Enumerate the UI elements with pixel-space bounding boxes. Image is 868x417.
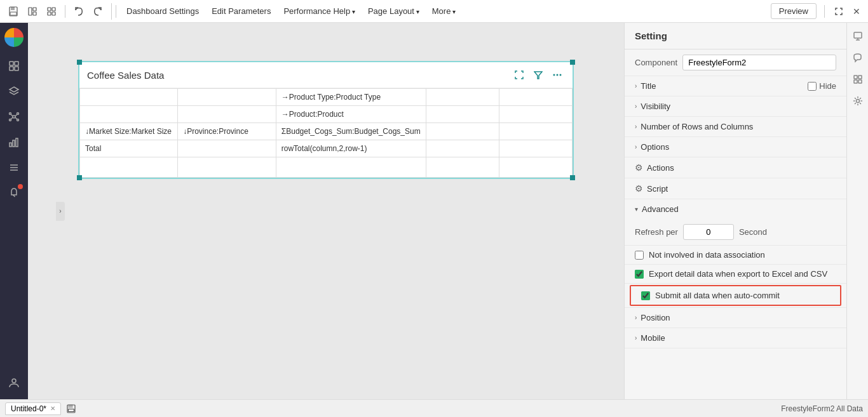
- app-logo: [4, 28, 24, 47]
- maximize-icon[interactable]: [832, 5, 845, 18]
- table-cell: [499, 123, 572, 140]
- table-cell: [426, 123, 499, 140]
- component-panel: Coffee Sales Data: [78, 61, 574, 179]
- checkbox-not-involved: Not involved in data association: [625, 246, 846, 265]
- svg-point-15: [13, 116, 15, 118]
- sidebar-item-bell[interactable]: [3, 182, 25, 204]
- advanced-label: Advanced: [642, 204, 679, 214]
- resize-handle-bl[interactable]: [77, 175, 82, 180]
- section-mobile[interactable]: › Mobile: [625, 328, 846, 348]
- section-title[interactable]: › Title Hide: [625, 76, 846, 96]
- menu-edit-parameters[interactable]: Edit Parameters: [205, 3, 277, 20]
- table-cell: [178, 140, 276, 157]
- svg-rect-5: [33, 12, 36, 15]
- section-visibility[interactable]: › Visibility: [625, 96, 846, 117]
- section-script[interactable]: ⚙ Script: [625, 178, 846, 199]
- menu-more[interactable]: More: [426, 3, 462, 20]
- expand-icon[interactable]: [512, 67, 527, 83]
- table-cell: ↓Province:Province: [178, 123, 276, 140]
- svg-rect-3: [29, 8, 32, 15]
- section-position[interactable]: › Position: [625, 308, 846, 328]
- undo-button[interactable]: [71, 3, 87, 20]
- redo-button[interactable]: [90, 3, 106, 20]
- sidebar-item-list[interactable]: [3, 156, 25, 179]
- section-script-label: Script: [647, 184, 668, 194]
- toolbar-divider-3: [824, 5, 825, 18]
- not-involved-checkbox[interactable]: [635, 251, 644, 260]
- hide-text: Hide: [819, 81, 836, 91]
- grid-view-button[interactable]: [43, 3, 60, 20]
- refresh-input[interactable]: [683, 224, 734, 240]
- svg-rect-46: [69, 409, 74, 411]
- preview-button[interactable]: Preview: [771, 3, 817, 19]
- sidebar-collapse[interactable]: ›: [56, 202, 65, 221]
- panel-header-icons: [512, 67, 565, 83]
- chevron-right-icon-6: ›: [635, 334, 637, 341]
- tab-save-icon[interactable]: [66, 404, 76, 414]
- svg-rect-26: [16, 138, 18, 147]
- svg-rect-11: [15, 62, 18, 65]
- resize-handle-tl[interactable]: [77, 60, 82, 65]
- svg-point-31: [12, 379, 16, 383]
- settings-gear-icon[interactable]: [850, 93, 866, 109]
- not-involved-label: Not involved in data association: [649, 250, 765, 260]
- panel-icon-2[interactable]: [850, 50, 866, 66]
- sidebar-item-network[interactable]: [3, 105, 25, 128]
- table-cell: rowTotal(column,2,row-1): [276, 140, 426, 157]
- svg-rect-45: [69, 405, 72, 407]
- panel-title: Coffee Sales Data: [87, 70, 164, 81]
- svg-marker-32: [534, 72, 542, 79]
- svg-line-23: [15, 117, 17, 119]
- resize-handle-tr[interactable]: [570, 60, 575, 65]
- advanced-header[interactable]: ▾ Advanced: [625, 199, 846, 219]
- chevron-right-icon-2: ›: [635, 103, 637, 110]
- submit-all-checkbox[interactable]: [641, 291, 650, 300]
- table-cell: [426, 106, 499, 123]
- section-rows-cols-label: Number of Rows and Columns: [641, 122, 753, 131]
- table-cell: →Product Type:Product Type: [276, 89, 426, 106]
- svg-rect-36: [854, 32, 862, 38]
- toolbar-icons: [5, 3, 112, 20]
- layout-button[interactable]: [24, 3, 41, 20]
- section-options[interactable]: › Options: [625, 137, 846, 157]
- table-cell: [426, 157, 499, 178]
- export-detail-checkbox[interactable]: [635, 270, 644, 279]
- hide-checkbox[interactable]: [808, 82, 817, 91]
- menu-dashboard-settings[interactable]: Dashboard Settings: [120, 3, 205, 20]
- panel-icon-3[interactable]: [850, 71, 866, 88]
- svg-rect-42: [858, 80, 862, 83]
- table-cell: [80, 89, 178, 106]
- component-label: Component: [635, 58, 677, 67]
- menu-page-layout[interactable]: Page Layout: [362, 3, 426, 20]
- close-icon[interactable]: ✕: [850, 5, 863, 18]
- filter-icon[interactable]: [531, 67, 546, 83]
- table-cell: [80, 157, 178, 178]
- resize-handle-br[interactable]: [570, 175, 575, 180]
- section-actions[interactable]: ⚙ Actions: [625, 157, 846, 178]
- toolbar: Dashboard Settings Edit Parameters Perfo…: [0, 0, 868, 23]
- component-input[interactable]: [682, 55, 836, 70]
- svg-rect-25: [13, 140, 15, 147]
- menu-performance-help[interactable]: Performance Help: [277, 3, 362, 20]
- section-rows-cols[interactable]: › Number of Rows and Columns: [625, 117, 846, 137]
- svg-rect-6: [48, 8, 51, 11]
- sidebar-item-layers[interactable]: [3, 80, 25, 103]
- toolbar-menu: Dashboard Settings Edit Parameters Perfo…: [120, 3, 462, 20]
- chevron-right-icon-4: ›: [635, 143, 637, 150]
- status-right: FreestyleForm2 All Data: [781, 404, 863, 413]
- sidebar-item-chart[interactable]: [3, 131, 25, 154]
- sidebar-item-grid[interactable]: [3, 55, 25, 77]
- tab-item[interactable]: Untitled-0* ✕: [5, 402, 61, 415]
- canvas-area[interactable]: › Coffee Sales Data: [28, 23, 624, 399]
- more-options-icon[interactable]: [550, 67, 565, 83]
- save-button[interactable]: [5, 3, 22, 20]
- tab-close[interactable]: ✕: [50, 405, 55, 412]
- svg-rect-40: [858, 76, 862, 79]
- svg-point-34: [557, 74, 559, 76]
- panel-icon-1[interactable]: [850, 28, 866, 44]
- chevron-right-icon-3: ›: [635, 123, 637, 130]
- chevron-right-icon-5: ›: [635, 314, 637, 321]
- tab-label: Untitled-0*: [11, 404, 46, 413]
- table-row: →Product Type:Product Type: [80, 89, 573, 106]
- sidebar-item-user[interactable]: [3, 371, 25, 394]
